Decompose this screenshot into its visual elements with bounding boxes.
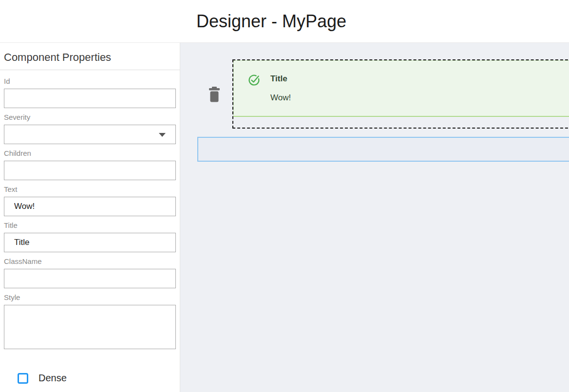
alert-text: Wow! bbox=[270, 92, 291, 103]
title-field[interactable] bbox=[4, 233, 176, 252]
chevron-down-icon bbox=[159, 133, 166, 137]
id-label: Id bbox=[4, 77, 176, 86]
trash-icon bbox=[209, 87, 220, 102]
classname-label: ClassName bbox=[4, 257, 176, 266]
severity-label: Severity bbox=[4, 113, 176, 122]
severity-select[interactable] bbox=[4, 125, 176, 144]
component-properties-panel: Component Properties Id Severity Childre… bbox=[0, 43, 180, 392]
drop-zone[interactable] bbox=[197, 137, 569, 162]
text-field[interactable] bbox=[4, 197, 176, 216]
delete-component-button[interactable] bbox=[209, 87, 220, 102]
id-field[interactable] bbox=[4, 89, 176, 108]
alert-title: Title bbox=[270, 73, 291, 84]
dense-checkbox-label: Dense bbox=[38, 373, 67, 384]
style-label: Style bbox=[4, 293, 176, 302]
classname-field[interactable] bbox=[4, 269, 176, 288]
text-label: Text bbox=[4, 185, 176, 194]
check-circle-icon bbox=[248, 73, 261, 86]
title-label: Title bbox=[4, 221, 176, 230]
alert-content: Title Wow! bbox=[270, 73, 291, 103]
dense-checkbox[interactable] bbox=[18, 373, 28, 384]
main-content: Component Properties Id Severity Childre… bbox=[0, 42, 569, 392]
property-fields: Id Severity Children Text Title ClassNam… bbox=[0, 77, 180, 384]
children-field[interactable] bbox=[4, 161, 176, 180]
dense-option-row: Dense bbox=[18, 373, 176, 384]
designer-canvas[interactable]: Title Wow! bbox=[180, 43, 569, 392]
selected-component-outline[interactable]: Title Wow! bbox=[232, 59, 569, 129]
panel-title: Component Properties bbox=[0, 43, 180, 70]
style-field[interactable] bbox=[4, 305, 176, 349]
children-label: Children bbox=[4, 149, 176, 158]
app-header: Designer - MyPage bbox=[0, 0, 569, 42]
page-title: Designer - MyPage bbox=[196, 11, 346, 32]
alert-component[interactable]: Title Wow! bbox=[233, 60, 569, 117]
